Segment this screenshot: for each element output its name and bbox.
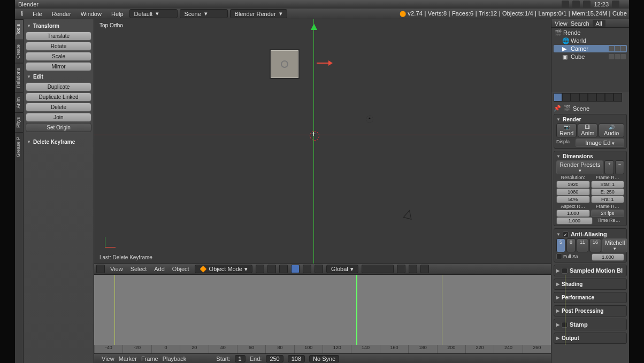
- aa-checkbox[interactable]: [563, 231, 569, 237]
- aspect-y-field[interactable]: 1.000: [556, 217, 593, 225]
- lock-camera-icon[interactable]: [397, 265, 405, 273]
- cube-object[interactable]: [270, 49, 300, 79]
- motion-blur-checkbox[interactable]: [562, 268, 568, 274]
- tab-world-icon[interactable]: [579, 93, 588, 102]
- lamp-object[interactable]: [366, 115, 373, 123]
- render-panel-header[interactable]: Render: [556, 115, 624, 123]
- orientation-dropdown[interactable]: Global▾: [326, 265, 358, 273]
- snap-icon[interactable]: [409, 265, 417, 273]
- aa-16-button[interactable]: 16: [589, 238, 601, 252]
- menu-file[interactable]: File: [29, 10, 46, 18]
- timeline[interactable]: -40-20 020 4060 80100 120140 160180 2002…: [94, 274, 551, 353]
- tab-data-icon[interactable]: [614, 93, 622, 102]
- tab-layers-icon[interactable]: [562, 93, 571, 102]
- scale-button[interactable]: Scale: [26, 52, 91, 61]
- outliner-view-tab[interactable]: View: [555, 20, 568, 27]
- manipulator-x-arrow[interactable]: [317, 63, 332, 64]
- layers-grid-icon[interactable]: [362, 265, 394, 273]
- end-frame-field[interactable]: 250: [266, 355, 283, 362]
- tab-scene-icon[interactable]: [571, 93, 579, 102]
- tab-constraints-icon[interactable]: [596, 93, 605, 102]
- edit-panel-header[interactable]: Edit: [26, 72, 91, 81]
- transform-panel-header[interactable]: Transform: [26, 21, 91, 30]
- select-icon[interactable]: [615, 46, 620, 51]
- outliner-filter-dropdown[interactable]: All: [593, 20, 605, 27]
- keyframe-marker[interactable]: [442, 275, 442, 345]
- motion-blur-panel-header[interactable]: Sampled Motion Bl: [556, 266, 624, 275]
- eye-icon[interactable]: [609, 46, 614, 51]
- editor-type-icon[interactable]: ℹ: [17, 9, 27, 18]
- res-pct-field[interactable]: 50%: [556, 196, 590, 203]
- last-operator-header[interactable]: Delete Keyframe: [26, 137, 91, 146]
- manipulator-y-arrow[interactable]: [311, 24, 317, 30]
- render-icon[interactable]: [620, 46, 626, 51]
- tab-create[interactable]: Create: [15, 40, 23, 63]
- menu-object[interactable]: Object: [170, 266, 191, 272]
- scene-dropdown[interactable]: Scene▾: [180, 9, 228, 18]
- editor-type-icon[interactable]: [96, 265, 105, 273]
- manipulator-toggle-icon[interactable]: [279, 265, 288, 273]
- tab-render-icon[interactable]: [554, 93, 562, 102]
- shading-panel-header[interactable]: Shading: [556, 280, 624, 288]
- tab-physics[interactable]: Phys: [15, 112, 23, 132]
- aa-filter-dropdown[interactable]: Mitchell ▾: [602, 238, 627, 252]
- render-icon[interactable]: [620, 54, 626, 59]
- aa-11-button[interactable]: 11: [577, 238, 588, 252]
- pin-icon[interactable]: 📌: [554, 105, 561, 112]
- camera-object[interactable]: [404, 206, 417, 217]
- aa-panel-header[interactable]: Anti-Aliasing: [556, 230, 624, 238]
- manipulator-translate-icon[interactable]: [291, 265, 300, 273]
- display-dropdown[interactable]: Image Ed ▾: [576, 138, 624, 147]
- menu-view[interactable]: View: [102, 356, 114, 362]
- tab-anim[interactable]: Anim: [15, 92, 23, 113]
- start-frame-field[interactable]: 1: [235, 355, 246, 362]
- stamp-panel-header[interactable]: Stamp: [556, 320, 624, 329]
- frame-step-field[interactable]: Fra: 1: [591, 196, 625, 203]
- aspect-x-field[interactable]: 1.000: [556, 210, 590, 217]
- outliner-scene-row[interactable]: 🎬 Rende: [554, 29, 627, 36]
- render-presets-dropdown[interactable]: Render Presets ▾: [556, 160, 603, 174]
- menu-marker[interactable]: Marker: [119, 356, 137, 362]
- mirror-button[interactable]: Mirror: [26, 62, 91, 71]
- outliner-search-tab[interactable]: Search: [571, 20, 589, 27]
- res-y-field[interactable]: 1080: [556, 188, 590, 196]
- breadcrumb[interactable]: 📌 🎬 Scene: [554, 104, 627, 113]
- render-anim-button[interactable]: 🎞 Anim: [578, 123, 597, 137]
- tab-tools[interactable]: Tools: [15, 19, 23, 40]
- tab-relations[interactable]: Relations: [15, 63, 23, 92]
- preset-remove-icon[interactable]: −: [615, 160, 624, 174]
- res-x-field[interactable]: 1920: [556, 181, 590, 188]
- sync-dropdown[interactable]: No Sync: [309, 355, 339, 362]
- output-panel-header[interactable]: Output: [556, 334, 624, 342]
- screen-layout-dropdown[interactable]: Default▾: [129, 9, 178, 18]
- keyframe-marker[interactable]: [565, 275, 565, 345]
- 3d-viewport[interactable]: Top Ortho Last: Delete Keyframe: [94, 19, 551, 264]
- join-button[interactable]: Join: [26, 113, 91, 122]
- tab-modifiers-icon[interactable]: [605, 93, 614, 102]
- render-preview-icon[interactable]: [420, 265, 429, 273]
- menu-add[interactable]: Add: [152, 266, 167, 272]
- outliner-cube-row[interactable]: ▣ Cube: [554, 53, 627, 60]
- render-engine-dropdown[interactable]: Blender Render▾: [230, 9, 287, 18]
- aa-5-button[interactable]: 5: [556, 238, 565, 252]
- menu-help[interactable]: Help: [108, 10, 127, 18]
- tab-object-icon[interactable]: [588, 93, 596, 102]
- playhead[interactable]: [356, 275, 357, 345]
- pivot-icon[interactable]: [267, 265, 276, 273]
- menu-render[interactable]: Render: [48, 10, 75, 18]
- duplicate-button[interactable]: Duplicate: [26, 82, 91, 91]
- frame-end-field[interactable]: E: 250: [591, 188, 625, 196]
- shading-solid-icon[interactable]: [256, 265, 264, 273]
- eye-icon[interactable]: [609, 54, 614, 59]
- menu-window[interactable]: Window: [77, 10, 105, 18]
- current-frame-field[interactable]: 108: [288, 355, 305, 362]
- menu-frame[interactable]: Frame: [141, 356, 158, 362]
- translate-button[interactable]: Translate: [26, 32, 91, 41]
- mode-dropdown[interactable]: 🔶Object Mode▾: [195, 265, 252, 273]
- set-origin-button[interactable]: Set Origin: [26, 123, 91, 132]
- menu-view[interactable]: View: [108, 266, 125, 272]
- duplicate-linked-button[interactable]: Duplicate Linked: [26, 92, 91, 102]
- manipulator-rotate-icon[interactable]: [303, 265, 311, 273]
- aa-size-field[interactable]: 1.000: [592, 253, 624, 261]
- menu-playback[interactable]: Playback: [163, 356, 187, 362]
